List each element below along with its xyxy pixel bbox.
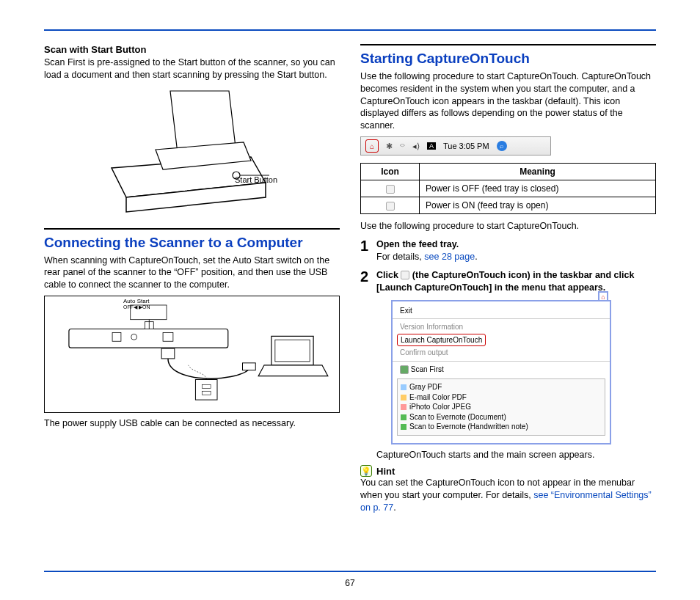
section-rule-left bbox=[44, 228, 340, 230]
clock-text: Tue 3:05 PM bbox=[443, 142, 489, 150]
meaning-on: Power is ON (feed tray is open) bbox=[420, 197, 656, 214]
right-column: Starting CaptureOnTouch Use the followin… bbox=[360, 44, 656, 519]
table-row: Power is OFF (feed tray is closed) bbox=[361, 180, 656, 197]
svg-rect-16 bbox=[275, 340, 310, 362]
spotlight-icon: ⌕ bbox=[497, 141, 507, 151]
scanner-illustration bbox=[82, 87, 302, 219]
hint-label: Hint bbox=[376, 466, 395, 477]
wifi-icon: ⌔ bbox=[400, 142, 405, 150]
menu-screenshot: ⌂ Exit Version Information Launch Captur… bbox=[391, 300, 611, 444]
meaning-off: Power is OFF (feed tray is closed) bbox=[420, 180, 656, 197]
menu-launch-highlight: Launch CaptureOnTouch bbox=[397, 334, 486, 347]
top-rule bbox=[44, 29, 656, 31]
step-1-num: 1 bbox=[360, 238, 371, 253]
connection-svg bbox=[52, 304, 332, 405]
svg-rect-7 bbox=[69, 329, 228, 348]
step-2: 2 Click (the CaptureOnTouch icon) in the… bbox=[360, 269, 656, 461]
scanner-figure: Start Button bbox=[44, 87, 340, 219]
step-2-title: Click (the CaptureOnTouch icon) in the t… bbox=[376, 269, 656, 294]
content-columns: Scan with Start Button Scan First is pre… bbox=[44, 44, 656, 519]
hint-icon: 💡 bbox=[360, 465, 372, 477]
menubar-screenshot: ⌂ ✱ ⌔ ◂⟩ A Tue 3:05 PM ⌕ bbox=[360, 136, 551, 156]
menu-opt-gray: Gray PDF bbox=[401, 382, 602, 392]
connect-para: When scanning with CaptureOnTouch, set t… bbox=[44, 255, 340, 292]
menu-opt-iphoto: iPhoto Color JPEG bbox=[401, 402, 602, 412]
menu-subpanel: Gray PDF E-mail Color PDF iPhoto Color J… bbox=[397, 378, 605, 436]
menu-opt-email: E-mail Color PDF bbox=[401, 392, 602, 403]
icon-off bbox=[361, 180, 420, 197]
starting-heading: Starting CaptureOnTouch bbox=[360, 50, 656, 67]
page-number: 67 bbox=[0, 578, 700, 588]
captureontouch-tray-icon: ⌂ bbox=[365, 139, 379, 153]
svg-rect-18 bbox=[195, 380, 217, 400]
menu-scan-first: Scan First bbox=[393, 363, 610, 376]
menu-exit: Exit bbox=[393, 304, 610, 318]
left-column: Scan with Start Button Scan First is pre… bbox=[44, 44, 340, 519]
scan-start-button-text: Scan First is pre-assigned to the Start … bbox=[44, 56, 340, 81]
captureontouch-icon-inline bbox=[401, 271, 409, 279]
after-table-text: Use the following procedure to start Cap… bbox=[360, 220, 656, 233]
after-menu-text: CaptureOnTouch starts and the main scree… bbox=[376, 449, 656, 461]
step-2-num: 2 bbox=[360, 269, 371, 284]
svg-rect-14 bbox=[243, 363, 256, 370]
svg-rect-13 bbox=[161, 348, 175, 359]
th-icon: Icon bbox=[361, 164, 420, 180]
connection-diagram: Auto Start OFF◀ ▶ON bbox=[44, 296, 340, 413]
svg-point-9 bbox=[131, 334, 137, 340]
input-icon: A bbox=[427, 142, 436, 150]
menu-confirm: Confirm output bbox=[393, 346, 610, 359]
table-row: Power is ON (feed tray is open) bbox=[361, 197, 656, 214]
step-1-title: Open the feed tray. bbox=[376, 238, 478, 251]
hint-row: 💡 Hint bbox=[360, 465, 656, 477]
svg-rect-19 bbox=[202, 385, 211, 389]
menu-opt-evernote-doc: Scan to Evernote (Document) bbox=[401, 412, 602, 422]
scan-start-button-heading: Scan with Start Button bbox=[44, 44, 340, 55]
th-meaning: Meaning bbox=[420, 164, 656, 180]
auto-start-label: Auto Start OFF◀ ▶ON bbox=[123, 299, 150, 310]
section-rule-right bbox=[360, 44, 656, 45]
starting-intro: Use the following procedure to start Cap… bbox=[360, 70, 656, 132]
menu-opt-evernote-note: Scan to Evernote (Handwritten note) bbox=[401, 422, 602, 432]
icon-meaning-table: Icon Meaning Power is OFF (feed tray is … bbox=[360, 163, 656, 214]
svg-marker-17 bbox=[258, 365, 328, 376]
connection-caption: The power supply USB cable can be connec… bbox=[44, 417, 340, 430]
svg-rect-8 bbox=[112, 333, 121, 342]
bottom-rule bbox=[44, 571, 656, 572]
step-1: 1 Open the feed tray. For details, see 2… bbox=[360, 238, 656, 263]
menu-anchor-icon: ⌂ bbox=[598, 291, 608, 301]
step-1-detail: For details, see 28 page. bbox=[376, 251, 478, 263]
icon-on bbox=[361, 197, 420, 214]
volume-icon: ◂⟩ bbox=[412, 142, 420, 151]
hint-text: You can set the CaptureOnTouch icon to n… bbox=[360, 477, 656, 514]
start-button-label: Start Button bbox=[235, 175, 277, 184]
menu-version: Version Information bbox=[393, 321, 610, 334]
svg-rect-12 bbox=[163, 333, 173, 342]
svg-rect-20 bbox=[202, 391, 211, 395]
bluetooth-icon: ✱ bbox=[386, 142, 393, 151]
connect-heading: Connecting the Scanner to a Computer bbox=[44, 234, 340, 252]
link-page-28[interactable]: see 28 page bbox=[424, 252, 475, 262]
